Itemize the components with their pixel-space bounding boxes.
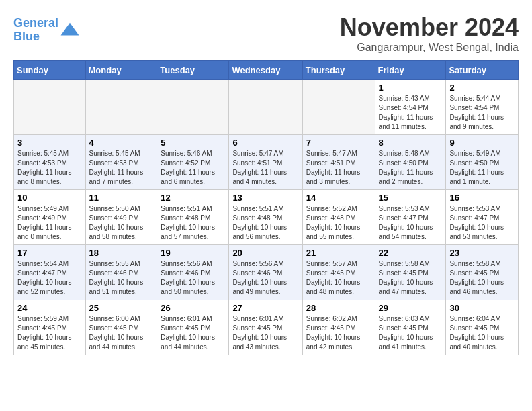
day-info: Sunrise: 5:54 AM Sunset: 4:47 PM Dayligh… [17, 259, 82, 297]
calendar-cell: 20Sunrise: 5:56 AM Sunset: 4:46 PM Dayli… [229, 245, 302, 300]
header: General Blue November 2024 Gangarampur, … [13, 13, 519, 54]
day-info: Sunrise: 5:51 AM Sunset: 4:48 PM Dayligh… [232, 204, 298, 242]
day-info: Sunrise: 6:02 AM Sunset: 4:45 PM Dayligh… [306, 314, 371, 352]
logo-general: General [13, 16, 58, 30]
logo-icon [60, 20, 80, 40]
day-info: Sunrise: 5:43 AM Sunset: 4:54 PM Dayligh… [379, 94, 443, 132]
calendar-cell [302, 80, 375, 135]
day-number: 15 [379, 193, 443, 203]
calendar-cell: 7Sunrise: 5:47 AM Sunset: 4:51 PM Daylig… [302, 135, 375, 190]
calendar-cell: 26Sunrise: 6:01 AM Sunset: 4:45 PM Dayli… [157, 300, 229, 355]
day-info: Sunrise: 5:56 AM Sunset: 4:46 PM Dayligh… [161, 259, 225, 297]
day-number: 11 [89, 193, 154, 203]
calendar-week-2: 3Sunrise: 5:45 AM Sunset: 4:53 PM Daylig… [14, 135, 519, 190]
day-info: Sunrise: 6:04 AM Sunset: 4:45 PM Dayligh… [449, 314, 515, 352]
weekday-header-thursday: Thursday [302, 61, 375, 80]
day-number: 4 [89, 138, 154, 148]
day-number: 19 [161, 248, 225, 258]
day-number: 23 [449, 248, 515, 258]
calendar-cell: 17Sunrise: 5:54 AM Sunset: 4:47 PM Dayli… [14, 245, 86, 300]
calendar-cell: 12Sunrise: 5:51 AM Sunset: 4:48 PM Dayli… [157, 190, 229, 245]
calendar-cell: 10Sunrise: 5:49 AM Sunset: 4:49 PM Dayli… [14, 190, 86, 245]
day-number: 12 [161, 193, 225, 203]
day-info: Sunrise: 5:56 AM Sunset: 4:46 PM Dayligh… [232, 259, 298, 297]
logo-blue: Blue [13, 30, 40, 43]
calendar-cell [85, 80, 157, 135]
calendar-cell [229, 80, 302, 135]
calendar-cell: 25Sunrise: 6:00 AM Sunset: 4:45 PM Dayli… [85, 300, 157, 355]
calendar-cell: 9Sunrise: 5:49 AM Sunset: 4:50 PM Daylig… [446, 135, 519, 190]
day-number: 27 [232, 303, 298, 313]
day-number: 25 [89, 303, 154, 313]
calendar-cell: 19Sunrise: 5:56 AM Sunset: 4:46 PM Dayli… [157, 245, 229, 300]
day-number: 30 [449, 303, 515, 313]
calendar-cell: 14Sunrise: 5:52 AM Sunset: 4:48 PM Dayli… [302, 190, 375, 245]
day-number: 26 [161, 303, 225, 313]
calendar-cell: 16Sunrise: 5:53 AM Sunset: 4:47 PM Dayli… [446, 190, 519, 245]
day-info: Sunrise: 5:53 AM Sunset: 4:47 PM Dayligh… [379, 204, 443, 242]
day-number: 5 [161, 138, 225, 148]
calendar-cell: 3Sunrise: 5:45 AM Sunset: 4:53 PM Daylig… [14, 135, 86, 190]
day-number: 28 [306, 303, 371, 313]
day-info: Sunrise: 5:57 AM Sunset: 4:45 PM Dayligh… [306, 259, 371, 297]
day-info: Sunrise: 5:55 AM Sunset: 4:46 PM Dayligh… [89, 259, 154, 297]
day-info: Sunrise: 5:45 AM Sunset: 4:53 PM Dayligh… [17, 149, 82, 187]
day-info: Sunrise: 5:58 AM Sunset: 4:45 PM Dayligh… [449, 259, 515, 297]
day-info: Sunrise: 5:47 AM Sunset: 4:51 PM Dayligh… [232, 149, 298, 187]
calendar-table: SundayMondayTuesdayWednesdayThursdayFrid… [13, 60, 519, 355]
day-info: Sunrise: 6:01 AM Sunset: 4:45 PM Dayligh… [232, 314, 298, 352]
calendar-cell: 23Sunrise: 5:58 AM Sunset: 4:45 PM Dayli… [446, 245, 519, 300]
svg-marker-0 [61, 23, 79, 36]
day-info: Sunrise: 5:53 AM Sunset: 4:47 PM Dayligh… [449, 204, 515, 242]
calendar-week-3: 10Sunrise: 5:49 AM Sunset: 4:49 PM Dayli… [14, 190, 519, 245]
weekday-header-sunday: Sunday [14, 61, 86, 80]
calendar-title: November 2024 [340, 13, 519, 42]
calendar-cell [157, 80, 229, 135]
day-info: Sunrise: 5:44 AM Sunset: 4:54 PM Dayligh… [449, 94, 515, 132]
calendar-cell: 15Sunrise: 5:53 AM Sunset: 4:47 PM Dayli… [375, 190, 446, 245]
day-info: Sunrise: 6:00 AM Sunset: 4:45 PM Dayligh… [89, 314, 154, 352]
logo: General Blue [13, 17, 80, 44]
weekday-header-friday: Friday [375, 61, 446, 80]
calendar-cell: 21Sunrise: 5:57 AM Sunset: 4:45 PM Dayli… [302, 245, 375, 300]
calendar-cell: 6Sunrise: 5:47 AM Sunset: 4:51 PM Daylig… [229, 135, 302, 190]
calendar-cell: 4Sunrise: 5:45 AM Sunset: 4:53 PM Daylig… [85, 135, 157, 190]
title-area: November 2024 Gangarampur, West Bengal, … [340, 13, 519, 54]
day-info: Sunrise: 5:46 AM Sunset: 4:52 PM Dayligh… [161, 149, 225, 187]
weekday-header-wednesday: Wednesday [229, 61, 302, 80]
calendar-cell: 8Sunrise: 5:48 AM Sunset: 4:50 PM Daylig… [375, 135, 446, 190]
day-number: 7 [306, 138, 371, 148]
calendar-cell: 11Sunrise: 5:50 AM Sunset: 4:49 PM Dayli… [85, 190, 157, 245]
day-number: 17 [17, 248, 82, 258]
calendar-cell: 27Sunrise: 6:01 AM Sunset: 4:45 PM Dayli… [229, 300, 302, 355]
day-info: Sunrise: 6:01 AM Sunset: 4:45 PM Dayligh… [161, 314, 225, 352]
day-number: 20 [232, 248, 298, 258]
day-number: 13 [232, 193, 298, 203]
calendar-cell: 13Sunrise: 5:51 AM Sunset: 4:48 PM Dayli… [229, 190, 302, 245]
calendar-cell: 2Sunrise: 5:44 AM Sunset: 4:54 PM Daylig… [446, 80, 519, 135]
day-number: 14 [306, 193, 371, 203]
calendar-cell: 24Sunrise: 5:59 AM Sunset: 4:45 PM Dayli… [14, 300, 86, 355]
day-number: 24 [17, 303, 82, 313]
day-number: 22 [379, 248, 443, 258]
calendar-week-4: 17Sunrise: 5:54 AM Sunset: 4:47 PM Dayli… [14, 245, 519, 300]
day-number: 10 [17, 193, 82, 203]
calendar-cell [14, 80, 86, 135]
calendar-cell: 29Sunrise: 6:03 AM Sunset: 4:45 PM Dayli… [375, 300, 446, 355]
day-info: Sunrise: 5:47 AM Sunset: 4:51 PM Dayligh… [306, 149, 371, 187]
day-info: Sunrise: 5:49 AM Sunset: 4:49 PM Dayligh… [17, 204, 82, 242]
weekday-header-row: SundayMondayTuesdayWednesdayThursdayFrid… [14, 61, 519, 80]
day-number: 16 [449, 193, 515, 203]
day-info: Sunrise: 5:45 AM Sunset: 4:53 PM Dayligh… [89, 149, 154, 187]
calendar-cell: 1Sunrise: 5:43 AM Sunset: 4:54 PM Daylig… [375, 80, 446, 135]
day-number: 6 [232, 138, 298, 148]
day-info: Sunrise: 5:52 AM Sunset: 4:48 PM Dayligh… [306, 204, 371, 242]
day-number: 3 [17, 138, 82, 148]
weekday-header-saturday: Saturday [446, 61, 519, 80]
day-number: 21 [306, 248, 371, 258]
weekday-header-tuesday: Tuesday [157, 61, 229, 80]
day-number: 29 [379, 303, 443, 313]
day-number: 8 [379, 138, 443, 148]
day-info: Sunrise: 5:58 AM Sunset: 4:45 PM Dayligh… [379, 259, 443, 297]
calendar-subtitle: Gangarampur, West Bengal, India [340, 42, 519, 54]
